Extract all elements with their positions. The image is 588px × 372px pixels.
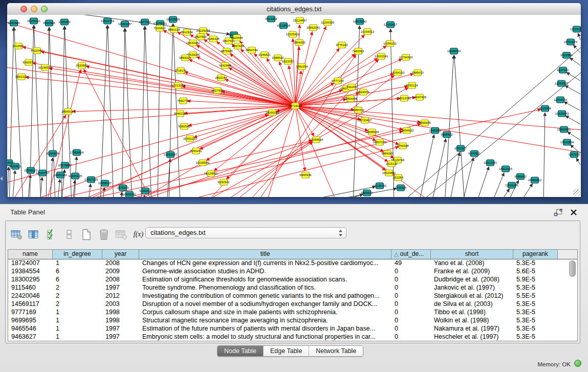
- graph-edge[interactable]: [266, 106, 295, 197]
- tab-node-table[interactable]: Node Table: [217, 346, 263, 356]
- table-row[interactable]: 2242004622012Investigating the contribut…: [8, 292, 577, 300]
- graph-node-label: 17957225: [84, 178, 98, 181]
- show-columns-button[interactable]: [27, 227, 41, 242]
- graph-edge[interactable]: [578, 33, 580, 40]
- delete-column-button[interactable]: [97, 227, 111, 242]
- graph-edge[interactable]: [9, 27, 14, 197]
- graph-edge[interactable]: [499, 189, 510, 197]
- graph-edge[interactable]: [567, 72, 580, 81]
- graph-edge[interactable]: [419, 135, 434, 197]
- graph-edge[interactable]: [476, 167, 489, 197]
- graph-edge[interactable]: [445, 55, 454, 197]
- function-builder-button[interactable]: f(x): [132, 227, 145, 242]
- graph-edge[interactable]: [145, 26, 151, 197]
- table-row[interactable]: 1872400712008Changes of HCN gene express…: [8, 259, 577, 268]
- graph-node-label: 24550412: [528, 179, 542, 182]
- splitter-handle-icon[interactable]: [0, 177, 3, 181]
- graph-edge[interactable]: [7, 67, 295, 106]
- graph-edge[interactable]: [543, 113, 545, 197]
- graph-edge[interactable]: [431, 139, 446, 197]
- zoom-window-button[interactable]: [41, 6, 48, 12]
- table-cell-out_de: 0: [391, 292, 431, 300]
- table-mode-button[interactable]: [10, 227, 24, 242]
- create-column-button[interactable]: [79, 227, 93, 242]
- graph-node-label: 23864486: [344, 97, 358, 100]
- graph-edge[interactable]: [88, 184, 91, 197]
- graph-edge[interactable]: [107, 25, 114, 197]
- network-window-titlebar[interactable]: citations_edges.txt: [7, 3, 581, 15]
- table-row[interactable]: 946362711997Embryonic stem cells: a mode…: [8, 333, 577, 341]
- table-tabs: Node TableEdge TableNetwork Table: [217, 345, 363, 357]
- column-header-out_de[interactable]: △out_de...: [391, 250, 431, 259]
- graph-edge[interactable]: [50, 158, 53, 197]
- graph-edge[interactable]: [41, 52, 295, 106]
- table-row[interactable]: 977716911998Corpus callosum shape and si…: [8, 309, 577, 317]
- graph-edge[interactable]: [246, 59, 379, 197]
- table-cell-name: 9115460: [8, 284, 53, 292]
- graph-edge[interactable]: [14, 27, 23, 197]
- column-header-label: year: [115, 250, 126, 257]
- cytoscape-desktop: citations_edges.txt 18724007925658316254…: [0, 0, 588, 204]
- column-header-year[interactable]: year: [102, 250, 139, 259]
- graph-edge[interactable]: [125, 28, 132, 197]
- column-header-in_degree[interactable]: in_degree: [53, 250, 102, 259]
- table-row[interactable]: 969969511998Structural magnetic resonanc…: [8, 317, 577, 325]
- graph-edge[interactable]: [565, 85, 580, 94]
- graph-edge[interactable]: [12, 170, 15, 197]
- column-header-title[interactable]: title: [139, 250, 391, 259]
- graph-edge[interactable]: [122, 28, 125, 197]
- close-panel-button[interactable]: [568, 208, 579, 217]
- graph-edge[interactable]: [133, 106, 295, 197]
- tab-edge-table[interactable]: Edge Table: [263, 346, 309, 356]
- graph-edge[interactable]: [158, 28, 160, 197]
- table-row[interactable]: 1830029562008Estimation of significance …: [8, 276, 577, 284]
- graph-edge[interactable]: [26, 77, 295, 106]
- graph-edge[interactable]: [564, 102, 580, 111]
- select-columns-button[interactable]: [45, 227, 58, 242]
- tab-network-table[interactable]: Network Table: [309, 346, 363, 356]
- column-header-name[interactable]: name: [8, 250, 53, 259]
- graph-edge[interactable]: [128, 141, 312, 197]
- vertical-scrollbar[interactable]: [569, 260, 576, 277]
- memory-status-indicator[interactable]: [574, 360, 581, 367]
- graph-edge[interactable]: [570, 58, 580, 65]
- column-header-pagerank[interactable]: pagerank: [513, 250, 558, 259]
- network-canvas[interactable]: 1872400792565831625432183209481335284239…: [7, 15, 581, 197]
- delete-table-button[interactable]: [114, 227, 128, 242]
- table-cell-in_degree: 2: [53, 284, 102, 292]
- graph-edge[interactable]: [31, 141, 312, 197]
- table-row[interactable]: 1456911722003Disruption of a novel membe…: [8, 300, 577, 309]
- minimize-window-button[interactable]: [31, 6, 37, 12]
- graph-edge[interactable]: [293, 38, 295, 106]
- graph-edge[interactable]: [491, 172, 504, 197]
- graph-edge[interactable]: [7, 106, 295, 128]
- graph-edge[interactable]: [399, 41, 581, 197]
- table-cell-year: 2012: [102, 292, 139, 300]
- graph-node-label: 3624574: [357, 91, 369, 94]
- graph-edge[interactable]: [100, 25, 107, 197]
- row-height-button[interactable]: [62, 227, 76, 242]
- graph-edge[interactable]: [61, 132, 403, 197]
- table-row[interactable]: 911546021997Tourette syndrome. Phenomeno…: [8, 284, 577, 292]
- table-row[interactable]: 1938455462009Genome-wide association stu…: [8, 268, 577, 276]
- graph-edge[interactable]: [295, 35, 364, 106]
- table-row[interactable]: 946554611997Estimation of the future num…: [8, 325, 577, 333]
- graph-edge[interactable]: [565, 116, 580, 124]
- table-panel-title: Table Panel: [10, 208, 45, 216]
- window-resize-grip-icon[interactable]: [573, 189, 580, 196]
- citation-network-graph[interactable]: 1872400792565831625432183209481335284239…: [7, 15, 581, 197]
- table-chooser-dropdown[interactable]: citations_edges.txt: [145, 227, 346, 238]
- column-header-short[interactable]: short: [431, 250, 513, 259]
- graph-edge[interactable]: [576, 158, 580, 165]
- graph-edge[interactable]: [7, 106, 295, 184]
- close-window-button[interactable]: [20, 6, 27, 12]
- graph-edge[interactable]: [417, 67, 581, 197]
- graph-edge[interactable]: [57, 179, 60, 197]
- graph-edge[interactable]: [519, 184, 533, 197]
- graph-edge[interactable]: [33, 63, 295, 106]
- float-panel-button[interactable]: [553, 208, 564, 217]
- graph-node-label: 1362094: [296, 65, 308, 68]
- graph-edge[interactable]: [141, 26, 145, 197]
- graph-edge[interactable]: [169, 147, 399, 197]
- graph-edge[interactable]: [307, 188, 397, 197]
